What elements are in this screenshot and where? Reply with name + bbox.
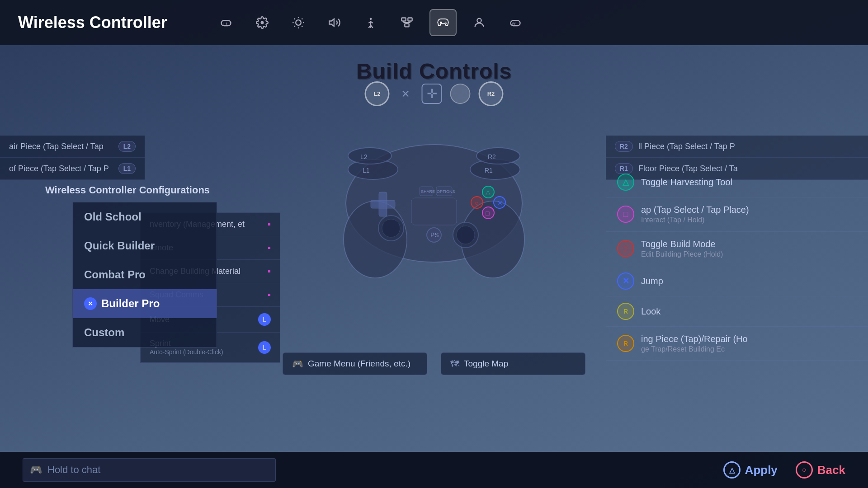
svg-rect-38 [371, 200, 395, 208]
back-circle-icon: ○ [796, 461, 813, 479]
repair-action: R ing Piece (Tap)/Repair (Ho ge Trap/Res… [606, 327, 868, 361]
config-builder-pro[interactable]: ✕ Builder Pro [73, 289, 217, 318]
look-text: Look [641, 305, 660, 317]
svg-text:L1: L1 [223, 22, 228, 26]
svg-text:L1: L1 [363, 167, 370, 174]
svg-text:OPTIONS: OPTIONS [437, 189, 455, 194]
svg-point-57 [457, 226, 475, 244]
svg-text:R2: R2 [488, 153, 496, 160]
config-custom[interactable]: Custom [73, 318, 217, 347]
apply-triangle-icon: △ [723, 461, 741, 479]
look-action: R Look [606, 296, 868, 327]
r2-indicator: R2 [479, 81, 504, 106]
nav-r1-icon[interactable]: R1 [502, 9, 529, 36]
svg-point-2 [260, 21, 264, 24]
nav-icons: L1 [212, 9, 529, 36]
svg-line-7 [302, 26, 302, 27]
svg-line-10 [294, 26, 295, 27]
building-btn-icon: ▪ [268, 266, 271, 277]
l1-action-item: of Piece (Tap Select / Tap P L1 [0, 158, 145, 180]
config-section: Wireless Controller Configurations Old S… [36, 181, 219, 347]
page-title: Wireless Controller [18, 13, 167, 32]
x-mark-icon: ✕ [398, 86, 414, 102]
triangle-btn: △ [617, 174, 634, 191]
config-old-school[interactable]: Old School [73, 202, 217, 231]
config-header: Wireless Controller Configurations [36, 181, 219, 200]
jump-action: ✕ Jump [606, 266, 868, 296]
game-menu-icon: 🎮 [292, 358, 303, 369]
svg-marker-12 [329, 19, 334, 26]
crosshair-icon: ✛ [422, 84, 442, 104]
interact-action: □ ap (Tap Select / Tap Place) Interact (… [606, 197, 868, 232]
svg-rect-43 [411, 198, 457, 225]
svg-text:SHARE: SHARE [421, 189, 435, 194]
svg-rect-15 [408, 18, 412, 21]
controller-svg: L1 L2 R1 R2 SHARE OPTIONS PS △ ○ [321, 104, 547, 285]
controller-image: L1 L2 R1 R2 SHARE OPTIONS PS △ ○ [321, 104, 547, 294]
svg-point-55 [382, 219, 400, 237]
l2-indicator: L2 [365, 81, 390, 106]
game-menu-label: 🎮 Game Menu (Friends, etc.) [283, 352, 427, 375]
selected-badge: ✕ [84, 297, 97, 310]
interact-text: ap (Tap Select / Tap Place) Interact (Ta… [641, 204, 749, 225]
actions-list: △ Toggle Harvesting Tool □ ap (Tap Selec… [606, 167, 868, 361]
circle-button [450, 84, 471, 104]
chat-area[interactable]: 🎮 Hold to chat [23, 458, 276, 482]
bottom-bar: 🎮 Hold to chat △ Apply ○ Back [0, 452, 868, 488]
svg-rect-14 [401, 18, 406, 21]
config-combat-pro[interactable]: Combat Pro [73, 260, 217, 289]
svg-point-31 [348, 148, 392, 164]
back-button[interactable]: ○ Back [796, 461, 845, 479]
audio-icon[interactable] [321, 9, 348, 36]
user-icon[interactable] [466, 9, 493, 36]
svg-text:□: □ [486, 210, 490, 217]
svg-point-35 [476, 148, 520, 164]
repair-text: ing Piece (Tap)/Repair (Ho ge Trap/Reset… [641, 333, 748, 354]
svg-text:R1: R1 [512, 22, 517, 26]
toggle-build-text: Toggle Build Mode Edit Building Piece (H… [641, 238, 723, 259]
toggle-map-label: 🗺 Toggle Map [441, 352, 585, 375]
top-navigation: Wireless Controller L1 [0, 0, 868, 45]
apply-button[interactable]: △ Apply [723, 461, 778, 479]
main-content: Build Controls L2 ✕ ✛ R2 air Piece (Tap … [0, 45, 868, 452]
accessibility-icon[interactable] [357, 9, 384, 36]
network-icon[interactable] [393, 9, 420, 36]
sprint-btn-icon: L [258, 341, 271, 354]
move-btn-icon: L [258, 313, 271, 326]
svg-rect-16 [405, 23, 409, 27]
config-menu: Old School Quick Builder Combat Pro ✕ Bu… [72, 202, 217, 347]
svg-point-13 [369, 18, 372, 20]
svg-line-11 [302, 19, 302, 19]
svg-text:R1: R1 [485, 167, 493, 174]
settings-icon[interactable] [249, 9, 276, 36]
square-btn-icon: ▪ [268, 219, 271, 230]
square-btn: □ [617, 206, 634, 223]
x-btn: ✕ [617, 272, 634, 290]
toggle-harvest-action: △ Toggle Harvesting Tool [606, 167, 868, 197]
svg-point-3 [296, 20, 301, 25]
controller-bottom-labels: 🎮 Game Menu (Friends, etc.) 🗺 Toggle Map [283, 352, 585, 375]
comms-btn-icon: ▪ [268, 290, 271, 300]
brightness-icon[interactable] [285, 9, 312, 36]
jump-text: Jump [641, 275, 663, 287]
svg-text:△: △ [486, 188, 491, 196]
section-title: Build Controls [356, 59, 512, 84]
circle-btn: ○ [617, 240, 634, 257]
r-stick-btn: R [617, 303, 634, 320]
nav-l1-icon[interactable]: L1 [212, 9, 240, 36]
controller-icon[interactable] [429, 9, 457, 36]
right-actions-panel: △ Toggle Harvesting Tool □ ap (Tap Selec… [606, 113, 868, 361]
config-quick-builder[interactable]: Quick Builder [73, 231, 217, 260]
svg-point-22 [446, 23, 447, 23]
chat-placeholder: Hold to chat [47, 464, 100, 476]
toggle-build-action: ○ Toggle Build Mode Edit Building Piece … [606, 232, 868, 266]
svg-text:PS: PS [430, 231, 439, 239]
emote-btn-icon: ▪ [268, 243, 271, 253]
chat-icon: 🎮 [30, 464, 42, 476]
r1-btn: R [617, 335, 634, 352]
map-icon: 🗺 [450, 359, 459, 369]
bottom-buttons: △ Apply ○ Back [723, 461, 845, 479]
toggle-harvest-text: Toggle Harvesting Tool [641, 176, 732, 188]
svg-point-23 [477, 19, 481, 23]
l2-action-item: air Piece (Tap Select / Tap L2 [0, 136, 145, 158]
